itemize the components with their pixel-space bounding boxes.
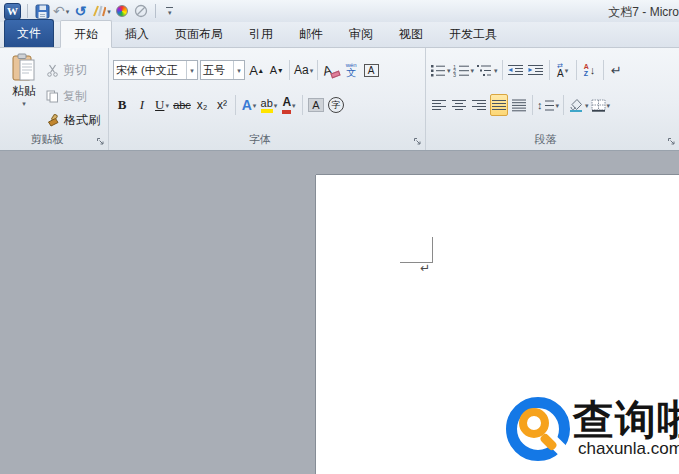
numbering-button[interactable]: 123 ▾ bbox=[453, 59, 475, 81]
chevron-down-icon: ▾ bbox=[585, 102, 589, 109]
italic-icon: I bbox=[140, 97, 144, 113]
shrink-font-button[interactable]: A▾ bbox=[267, 59, 285, 81]
tab-developer[interactable]: 开发工具 bbox=[436, 21, 510, 47]
change-case-button[interactable]: Aa▾ bbox=[294, 59, 313, 81]
tab-review[interactable]: 审阅 bbox=[336, 21, 386, 47]
enclose-characters-button[interactable]: 字 bbox=[327, 94, 345, 116]
underline-button[interactable]: U▾ bbox=[153, 94, 171, 116]
strikethrough-icon: abc bbox=[173, 99, 191, 111]
distribute-icon bbox=[511, 99, 527, 112]
chevron-down-icon: ▾ bbox=[165, 102, 169, 109]
tab-page-layout[interactable]: 页面布局 bbox=[162, 21, 236, 47]
decrease-indent-button[interactable] bbox=[507, 59, 525, 81]
format-painter-button[interactable]: 格式刷 bbox=[46, 110, 100, 130]
font-size-select[interactable]: 五号 ▾ bbox=[200, 60, 245, 80]
redo-button[interactable]: ↺ bbox=[72, 2, 88, 20]
character-shading-button[interactable]: A bbox=[307, 94, 325, 116]
cut-button[interactable]: 剪切 bbox=[46, 60, 87, 80]
align-center-button[interactable] bbox=[450, 94, 468, 116]
asian-layout-button[interactable]: ⇄A ▾ bbox=[554, 59, 572, 81]
chevron-down-icon: ▾ bbox=[253, 102, 257, 109]
superscript-button[interactable]: x² bbox=[213, 94, 231, 116]
font-dialog-launcher[interactable] bbox=[413, 137, 422, 146]
bold-button[interactable]: B bbox=[113, 94, 131, 116]
disabled-slash-button[interactable] bbox=[133, 2, 149, 20]
ribbon: 粘贴 ▾ 剪切 复制 格式刷 剪贴板 宋体 bbox=[0, 48, 679, 151]
decrease-indent-icon bbox=[507, 64, 524, 77]
clipboard-dialog-launcher[interactable] bbox=[96, 137, 105, 146]
justify-icon bbox=[491, 99, 507, 112]
chevron-down-icon: ▾ bbox=[237, 67, 241, 74]
paste-button[interactable]: 粘贴 ▾ bbox=[6, 53, 42, 133]
italic-button[interactable]: I bbox=[133, 94, 151, 116]
strikethrough-button[interactable]: abc bbox=[173, 94, 191, 116]
paragraph-row-2: ↕ ▾ ▾ ▾ bbox=[430, 92, 677, 118]
bold-icon: B bbox=[118, 97, 127, 113]
chevron-down-icon: ▾ bbox=[471, 67, 475, 74]
bullets-button[interactable]: ▾ bbox=[430, 59, 451, 81]
tab-view[interactable]: 视图 bbox=[386, 21, 436, 47]
document-page[interactable]: ↵ 查询啦 chaxunla.com bbox=[316, 175, 679, 474]
word-app-icon[interactable]: W bbox=[4, 3, 21, 20]
paragraph-group-label: 段落 bbox=[426, 132, 665, 147]
paste-icon bbox=[12, 53, 36, 81]
format-painter-icon bbox=[46, 114, 60, 127]
qat-customize-button[interactable]: ▾ bbox=[162, 2, 178, 20]
tab-home[interactable]: 开始 bbox=[60, 20, 112, 48]
borders-icon bbox=[591, 99, 606, 112]
justify-button[interactable] bbox=[490, 94, 508, 116]
pilcrow-icon: ↵ bbox=[611, 63, 622, 78]
chevron-down-icon: ▾ bbox=[447, 67, 451, 74]
paragraph-row-1: ▾ 123 ▾ ▾ ⇄A bbox=[430, 57, 677, 83]
divider bbox=[532, 95, 533, 115]
line-spacing-button[interactable]: ↕ ▾ bbox=[537, 94, 559, 116]
tab-references[interactable]: 引用 bbox=[236, 21, 286, 47]
divider bbox=[27, 4, 28, 18]
shrink-font-icon: A bbox=[270, 64, 277, 76]
tab-file[interactable]: 文件 bbox=[4, 19, 54, 47]
redo-icon: ↺ bbox=[74, 4, 86, 18]
paragraph-dialog-launcher[interactable] bbox=[667, 137, 676, 146]
sort-button[interactable]: AZ ↓ bbox=[581, 59, 599, 81]
align-left-button[interactable] bbox=[430, 94, 448, 116]
highlight-color-button[interactable]: ab▾ bbox=[260, 94, 278, 116]
word-app-letter: W bbox=[7, 5, 18, 17]
document-canvas: ↵ 查询啦 chaxunla.com bbox=[0, 152, 679, 474]
copy-button[interactable]: 复制 bbox=[46, 86, 87, 106]
highlight-icon: ab bbox=[261, 97, 273, 113]
save-button[interactable] bbox=[34, 2, 50, 20]
multilevel-list-icon bbox=[476, 64, 493, 77]
font-color-button[interactable]: A▾ bbox=[280, 94, 298, 116]
superscript-icon: x² bbox=[217, 98, 227, 112]
window-title: 文档7 - Micro bbox=[608, 4, 679, 21]
borders-button[interactable]: ▾ bbox=[591, 94, 611, 116]
font-name-select[interactable]: 宋体 (中文正 ▾ bbox=[113, 60, 198, 80]
undo-icon: ↶ bbox=[53, 4, 65, 18]
font-row-2: B I U▾ abc x₂ x² A▾ ab▾ A▾ A 字 bbox=[113, 92, 423, 118]
tab-mailings[interactable]: 邮件 bbox=[286, 21, 336, 47]
subscript-button[interactable]: x₂ bbox=[193, 94, 211, 116]
text-effects-button[interactable]: A▾ bbox=[240, 94, 258, 116]
color-wheel-button[interactable] bbox=[114, 2, 130, 20]
grow-font-button[interactable]: A▴ bbox=[247, 59, 265, 81]
paragraph-group: ▾ 123 ▾ ▾ ⇄A bbox=[426, 48, 679, 150]
phonetic-guide-button[interactable]: wén文 bbox=[342, 59, 360, 81]
align-center-icon bbox=[451, 99, 467, 112]
show-hide-marks-button[interactable]: ↵ bbox=[608, 59, 626, 81]
line-spacing-arrow-icon: ↕ bbox=[537, 99, 543, 111]
multilevel-list-button[interactable]: ▾ bbox=[476, 59, 498, 81]
align-right-button[interactable] bbox=[470, 94, 488, 116]
chevron-down-icon: ▾ bbox=[274, 102, 278, 109]
chevron-down-icon: ▾ bbox=[190, 67, 194, 74]
undo-button[interactable]: ↶ ▾ bbox=[53, 2, 69, 20]
divider bbox=[563, 95, 564, 115]
distribute-button[interactable] bbox=[510, 94, 528, 116]
paragraph-mark: ↵ bbox=[420, 261, 430, 275]
increase-indent-button[interactable] bbox=[527, 59, 545, 81]
shading-button[interactable]: ▾ bbox=[568, 94, 589, 116]
character-border-button[interactable]: A bbox=[362, 59, 380, 81]
pens-button[interactable]: ▾ bbox=[91, 2, 111, 20]
watermark-domain-text: chaxunla.com bbox=[578, 439, 679, 459]
clear-formatting-button[interactable]: A bbox=[322, 59, 340, 81]
tab-insert[interactable]: 插入 bbox=[112, 21, 162, 47]
